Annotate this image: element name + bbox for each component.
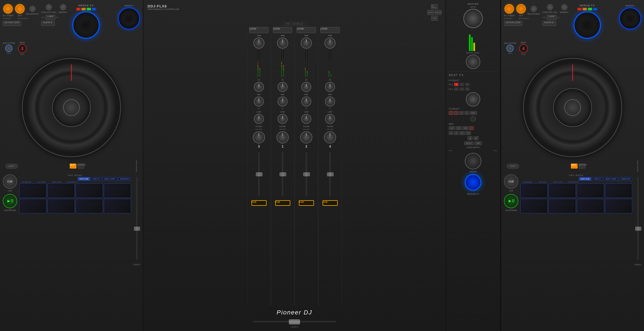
beat-4[interactable]: 4 bbox=[449, 131, 453, 135]
inst-doubles-btn[interactable]: INST. DOUBLES bbox=[283, 22, 306, 26]
fader-thumb-4[interactable] bbox=[327, 172, 334, 176]
pad-7-right[interactable] bbox=[577, 199, 604, 213]
fader-thumb-3[interactable] bbox=[256, 172, 262, 176]
master-level-knob[interactable] bbox=[463, 9, 483, 28]
reloop-btn-right[interactable] bbox=[531, 6, 537, 12]
pad-6-right[interactable] bbox=[549, 199, 576, 213]
pad-1-left[interactable] bbox=[19, 183, 46, 198]
memory-btn-left[interactable] bbox=[60, 4, 66, 10]
level-depth-knob[interactable] bbox=[465, 153, 481, 169]
fader-thumb-2[interactable] bbox=[303, 172, 310, 176]
ch-select-2[interactable]: 2 bbox=[454, 111, 458, 115]
trim-knob-3[interactable] bbox=[253, 38, 264, 49]
beat-1[interactable]: 1 bbox=[469, 126, 474, 130]
pad-3-left[interactable] bbox=[76, 183, 103, 198]
fader-thumb-1[interactable] bbox=[280, 172, 286, 176]
memory-btn-right[interactable] bbox=[561, 4, 567, 10]
loop-btn-right[interactable]: LOOP bbox=[547, 15, 557, 20]
beat-jump-btn-left[interactable]: BEAT JUMP bbox=[103, 177, 117, 181]
filter-knob-1[interactable] bbox=[277, 131, 289, 143]
on-off-btn[interactable] bbox=[465, 174, 481, 191]
pad-fx-btn-right[interactable]: PAD FX bbox=[592, 177, 603, 181]
merge-fx-knob-left[interactable] bbox=[72, 11, 100, 39]
hot-cue-btn-left[interactable]: HOT CUE bbox=[78, 177, 90, 181]
merge-fx-knob-right[interactable] bbox=[573, 11, 601, 39]
load-btn-1[interactable]: LOAD bbox=[273, 27, 292, 33]
beat-prev-arrow[interactable]: ◄ bbox=[468, 136, 473, 140]
pad-4-right[interactable] bbox=[605, 183, 632, 198]
pad-4-left[interactable] bbox=[104, 183, 131, 198]
fx1-btn-1[interactable]: 1 bbox=[454, 83, 458, 86]
cue-ch-btn-2[interactable]: CUE bbox=[299, 200, 314, 206]
fx1-btn-2[interactable]: 2 bbox=[460, 83, 464, 86]
cue-ch-btn-1[interactable]: CUE bbox=[275, 200, 290, 206]
hi-knob-2[interactable] bbox=[301, 82, 311, 92]
mid-knob-1[interactable] bbox=[278, 97, 288, 106]
delete-e-btn-right[interactable]: DLETE E bbox=[542, 21, 556, 26]
ch-select-toggle[interactable] bbox=[470, 116, 476, 122]
hi-knob-4[interactable] bbox=[325, 82, 335, 92]
tempo-fader-right[interactable] bbox=[635, 227, 641, 231]
pad-7-left[interactable] bbox=[76, 199, 103, 213]
fx2-btn-1[interactable]: 1 bbox=[454, 87, 458, 91]
cue-loop-call-btn-right[interactable] bbox=[547, 4, 553, 10]
low-knob-4[interactable] bbox=[325, 114, 335, 124]
cue-transport-btn-right[interactable]: CUE bbox=[504, 174, 518, 189]
pad-2-left[interactable] bbox=[47, 183, 74, 198]
ch-select-4[interactable]: 4 bbox=[465, 111, 469, 115]
cue-ch-btn-3[interactable]: CUE bbox=[251, 200, 267, 206]
hot-cue-btn-right[interactable]: HOT CUE bbox=[579, 177, 591, 181]
reloop-btn-left[interactable] bbox=[29, 6, 36, 12]
beat-out-btn-right[interactable] bbox=[516, 4, 526, 14]
fx1-btn-3[interactable]: 3 bbox=[465, 83, 469, 86]
beat-1-2[interactable]: 1/2 bbox=[456, 126, 462, 130]
ch-select-mst[interactable]: MST bbox=[470, 111, 477, 115]
jog-wheel-left[interactable] bbox=[22, 58, 121, 157]
pad-fx-btn-left[interactable]: PAD FX bbox=[91, 177, 102, 181]
low-knob-3[interactable] bbox=[254, 114, 264, 124]
jog-wheel-right[interactable] bbox=[523, 58, 622, 157]
shift-btn-left[interactable]: SHIFT bbox=[6, 164, 18, 169]
pad-8-left[interactable] bbox=[104, 199, 131, 213]
search-knob-left[interactable] bbox=[118, 7, 140, 30]
crossfader[interactable] bbox=[289, 319, 300, 324]
pad-1-right[interactable] bbox=[520, 183, 548, 198]
fx-select-knob[interactable] bbox=[466, 92, 480, 106]
pad-6-left[interactable] bbox=[47, 199, 74, 213]
low-knob-2[interactable] bbox=[301, 114, 311, 124]
pad-2-right[interactable] bbox=[549, 183, 576, 198]
beat-8[interactable]: 8 bbox=[454, 131, 458, 135]
tag-track-btn[interactable]: TAG TRACK bbox=[431, 4, 438, 9]
merge-fx-btn-4[interactable]: 4 bbox=[92, 8, 96, 10]
cue-loop-call-btn-left[interactable] bbox=[46, 4, 52, 10]
load-btn-2[interactable]: LOAD bbox=[297, 27, 316, 33]
beat-3-4[interactable]: 3/4 bbox=[462, 126, 468, 130]
pad-5-left[interactable] bbox=[19, 199, 46, 213]
play-btn-right[interactable]: ►II bbox=[504, 194, 518, 208]
cue-transport-btn-left[interactable]: CUE bbox=[3, 174, 17, 189]
search-knob-right[interactable] bbox=[619, 7, 641, 30]
mid-knob-2[interactable] bbox=[301, 97, 311, 106]
merge-fx-btn-r1[interactable]: 1 bbox=[577, 8, 582, 10]
active-loop-btn-left[interactable]: ACTIVE LOOP bbox=[3, 21, 21, 26]
view-btn[interactable]: VIEW bbox=[431, 16, 438, 21]
booth-level-knob[interactable] bbox=[466, 55, 480, 69]
active-loop-btn-right[interactable]: ACTIVE LOOP bbox=[504, 21, 522, 26]
merge-fx-btn-3[interactable]: 3 bbox=[87, 8, 91, 10]
pad-3-right[interactable] bbox=[577, 183, 604, 198]
merge-fx-btn-1[interactable]: 1 bbox=[76, 8, 80, 10]
beat-in-btn-left[interactable] bbox=[3, 4, 13, 14]
master-btn-right[interactable]: MASTER bbox=[579, 164, 585, 169]
beat-out-btn-left[interactable] bbox=[15, 4, 25, 14]
sampler-btn-right[interactable]: SAMPLER bbox=[619, 177, 632, 181]
deck4-btn[interactable]: DECK 4 bbox=[427, 10, 434, 15]
mid-knob-3[interactable] bbox=[254, 97, 264, 106]
pad-8-right[interactable] bbox=[605, 199, 632, 213]
jog-cutter-knob-left[interactable] bbox=[5, 45, 12, 52]
filter-knob-3[interactable] bbox=[253, 131, 265, 143]
trim-knob-1[interactable] bbox=[277, 38, 288, 49]
ch-select-3[interactable]: 3 bbox=[459, 111, 464, 115]
beat-btn-right[interactable]: BEAT bbox=[571, 164, 578, 169]
merge-fx-btn-r4[interactable]: 4 bbox=[593, 8, 597, 10]
merge-fx-btn-r3[interactable]: 3 bbox=[588, 8, 592, 10]
